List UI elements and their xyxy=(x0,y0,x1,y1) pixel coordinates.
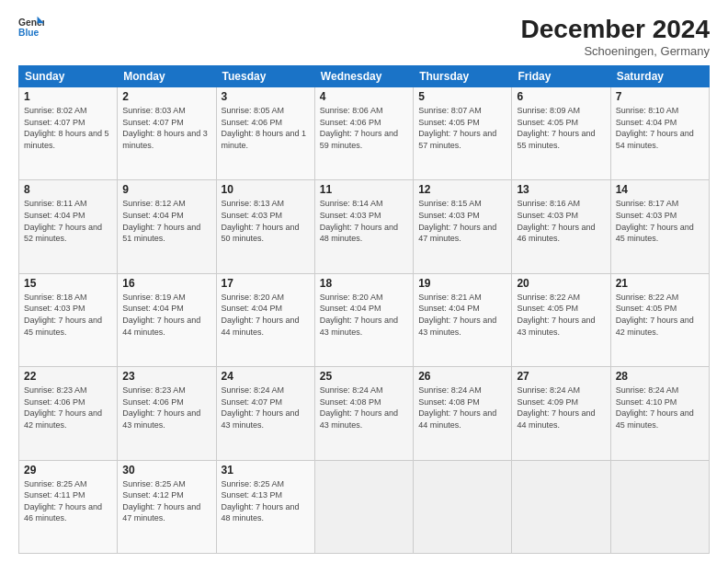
day-number: 4 xyxy=(320,90,408,103)
day-info: Sunrise: 8:24 AMSunset: 4:08 PMDaylight:… xyxy=(320,385,408,431)
day-info: Sunrise: 8:20 AMSunset: 4:04 PMDaylight:… xyxy=(320,292,408,338)
title-block: December 2024 Schoeningen, Germany xyxy=(521,15,710,58)
day-number: 8 xyxy=(24,183,112,196)
day-number: 14 xyxy=(616,183,704,196)
day-info: Sunrise: 8:24 AMSunset: 4:09 PMDaylight:… xyxy=(517,385,605,431)
day-number: 2 xyxy=(122,90,210,103)
calendar-header-row: SundayMondayTuesdayWednesdayThursdayFrid… xyxy=(19,66,710,87)
day-info: Sunrise: 8:21 AMSunset: 4:04 PMDaylight:… xyxy=(418,292,506,338)
calendar-cell: 16Sunrise: 8:19 AMSunset: 4:04 PMDayligh… xyxy=(118,273,216,366)
day-info: Sunrise: 8:22 AMSunset: 4:05 PMDaylight:… xyxy=(517,292,605,338)
day-info: Sunrise: 8:22 AMSunset: 4:05 PMDaylight:… xyxy=(616,292,704,338)
calendar-week-row: 22Sunrise: 8:23 AMSunset: 4:06 PMDayligh… xyxy=(19,367,710,460)
day-number: 9 xyxy=(122,183,210,196)
day-info: Sunrise: 8:11 AMSunset: 4:04 PMDaylight:… xyxy=(24,198,112,244)
calendar-cell: 19Sunrise: 8:21 AMSunset: 4:04 PMDayligh… xyxy=(414,273,512,366)
month-title: December 2024 xyxy=(521,15,710,44)
calendar-cell: 1Sunrise: 8:02 AMSunset: 4:07 PMDaylight… xyxy=(19,87,118,180)
day-number: 15 xyxy=(24,277,112,290)
svg-text:Blue: Blue xyxy=(18,28,40,38)
calendar-table: SundayMondayTuesdayWednesdayThursdayFrid… xyxy=(18,65,710,554)
calendar-cell: 13Sunrise: 8:16 AMSunset: 4:03 PMDayligh… xyxy=(512,180,610,273)
day-info: Sunrise: 8:25 AMSunset: 4:12 PMDaylight:… xyxy=(122,478,210,524)
calendar-cell: 10Sunrise: 8:13 AMSunset: 4:03 PMDayligh… xyxy=(216,180,314,273)
calendar-cell: 26Sunrise: 8:24 AMSunset: 4:08 PMDayligh… xyxy=(414,367,512,460)
col-header-wednesday: Wednesday xyxy=(314,66,413,87)
day-info: Sunrise: 8:10 AMSunset: 4:04 PMDaylight:… xyxy=(616,105,704,151)
day-info: Sunrise: 8:20 AMSunset: 4:04 PMDaylight:… xyxy=(222,292,310,338)
col-header-friday: Friday xyxy=(512,66,610,87)
calendar-cell: 6Sunrise: 8:09 AMSunset: 4:05 PMDaylight… xyxy=(512,87,610,180)
calendar-week-row: 8Sunrise: 8:11 AMSunset: 4:04 PMDaylight… xyxy=(19,180,710,273)
col-header-tuesday: Tuesday xyxy=(216,66,314,87)
calendar-cell xyxy=(414,460,512,553)
calendar-cell: 17Sunrise: 8:20 AMSunset: 4:04 PMDayligh… xyxy=(216,273,314,366)
calendar-week-row: 1Sunrise: 8:02 AMSunset: 4:07 PMDaylight… xyxy=(19,87,710,180)
header: General Blue December 2024 Schoeningen, … xyxy=(18,15,710,58)
day-info: Sunrise: 8:03 AMSunset: 4:07 PMDaylight:… xyxy=(122,105,210,151)
calendar-cell: 21Sunrise: 8:22 AMSunset: 4:05 PMDayligh… xyxy=(610,273,709,366)
day-number: 7 xyxy=(616,90,704,103)
calendar-cell: 5Sunrise: 8:07 AMSunset: 4:05 PMDaylight… xyxy=(414,87,512,180)
calendar-cell: 14Sunrise: 8:17 AMSunset: 4:03 PMDayligh… xyxy=(610,180,709,273)
day-number: 20 xyxy=(517,277,605,290)
day-info: Sunrise: 8:09 AMSunset: 4:05 PMDaylight:… xyxy=(517,105,605,151)
calendar-cell: 18Sunrise: 8:20 AMSunset: 4:04 PMDayligh… xyxy=(314,273,413,366)
day-number: 1 xyxy=(24,90,112,103)
day-number: 5 xyxy=(418,90,506,103)
calendar-cell xyxy=(512,460,610,553)
calendar-cell: 27Sunrise: 8:24 AMSunset: 4:09 PMDayligh… xyxy=(512,367,610,460)
calendar-cell: 30Sunrise: 8:25 AMSunset: 4:12 PMDayligh… xyxy=(118,460,216,553)
day-info: Sunrise: 8:23 AMSunset: 4:06 PMDaylight:… xyxy=(24,385,112,431)
day-info: Sunrise: 8:18 AMSunset: 4:03 PMDaylight:… xyxy=(24,292,112,338)
col-header-monday: Monday xyxy=(118,66,216,87)
day-info: Sunrise: 8:06 AMSunset: 4:06 PMDaylight:… xyxy=(320,105,408,151)
calendar-cell: 4Sunrise: 8:06 AMSunset: 4:06 PMDaylight… xyxy=(314,87,413,180)
col-header-sunday: Sunday xyxy=(19,66,118,87)
day-number: 17 xyxy=(222,277,310,290)
day-info: Sunrise: 8:25 AMSunset: 4:11 PMDaylight:… xyxy=(24,478,112,524)
calendar-cell: 7Sunrise: 8:10 AMSunset: 4:04 PMDaylight… xyxy=(610,87,709,180)
day-number: 31 xyxy=(222,464,310,477)
calendar-cell: 20Sunrise: 8:22 AMSunset: 4:05 PMDayligh… xyxy=(512,273,610,366)
calendar-cell xyxy=(610,460,709,553)
day-number: 18 xyxy=(320,277,408,290)
day-info: Sunrise: 8:25 AMSunset: 4:13 PMDaylight:… xyxy=(222,478,310,524)
logo: General Blue xyxy=(18,15,44,40)
day-number: 22 xyxy=(24,370,112,383)
day-number: 16 xyxy=(122,277,210,290)
day-info: Sunrise: 8:15 AMSunset: 4:03 PMDaylight:… xyxy=(418,198,506,244)
day-info: Sunrise: 8:12 AMSunset: 4:04 PMDaylight:… xyxy=(122,198,210,244)
day-number: 30 xyxy=(122,464,210,477)
calendar-cell: 22Sunrise: 8:23 AMSunset: 4:06 PMDayligh… xyxy=(19,367,118,460)
day-info: Sunrise: 8:23 AMSunset: 4:06 PMDaylight:… xyxy=(122,385,210,431)
calendar-cell: 25Sunrise: 8:24 AMSunset: 4:08 PMDayligh… xyxy=(314,367,413,460)
calendar-cell: 12Sunrise: 8:15 AMSunset: 4:03 PMDayligh… xyxy=(414,180,512,273)
day-number: 25 xyxy=(320,370,408,383)
day-info: Sunrise: 8:17 AMSunset: 4:03 PMDaylight:… xyxy=(616,198,704,244)
day-number: 3 xyxy=(222,90,310,103)
day-number: 6 xyxy=(517,90,605,103)
day-info: Sunrise: 8:24 AMSunset: 4:07 PMDaylight:… xyxy=(222,385,310,431)
day-number: 13 xyxy=(517,183,605,196)
day-number: 19 xyxy=(418,277,506,290)
day-number: 28 xyxy=(616,370,704,383)
calendar-cell: 15Sunrise: 8:18 AMSunset: 4:03 PMDayligh… xyxy=(19,273,118,366)
day-number: 23 xyxy=(122,370,210,383)
calendar-cell: 24Sunrise: 8:24 AMSunset: 4:07 PMDayligh… xyxy=(216,367,314,460)
day-info: Sunrise: 8:16 AMSunset: 4:03 PMDaylight:… xyxy=(517,198,605,244)
calendar-cell: 3Sunrise: 8:05 AMSunset: 4:06 PMDaylight… xyxy=(216,87,314,180)
day-number: 12 xyxy=(418,183,506,196)
calendar-week-row: 15Sunrise: 8:18 AMSunset: 4:03 PMDayligh… xyxy=(19,273,710,366)
calendar-cell: 11Sunrise: 8:14 AMSunset: 4:03 PMDayligh… xyxy=(314,180,413,273)
day-info: Sunrise: 8:07 AMSunset: 4:05 PMDaylight:… xyxy=(418,105,506,151)
day-number: 10 xyxy=(222,183,310,196)
calendar-cell: 2Sunrise: 8:03 AMSunset: 4:07 PMDaylight… xyxy=(118,87,216,180)
day-info: Sunrise: 8:14 AMSunset: 4:03 PMDaylight:… xyxy=(320,198,408,244)
day-info: Sunrise: 8:19 AMSunset: 4:04 PMDaylight:… xyxy=(122,292,210,338)
day-number: 27 xyxy=(517,370,605,383)
day-number: 11 xyxy=(320,183,408,196)
day-number: 21 xyxy=(616,277,704,290)
day-number: 24 xyxy=(222,370,310,383)
day-info: Sunrise: 8:02 AMSunset: 4:07 PMDaylight:… xyxy=(24,105,112,151)
